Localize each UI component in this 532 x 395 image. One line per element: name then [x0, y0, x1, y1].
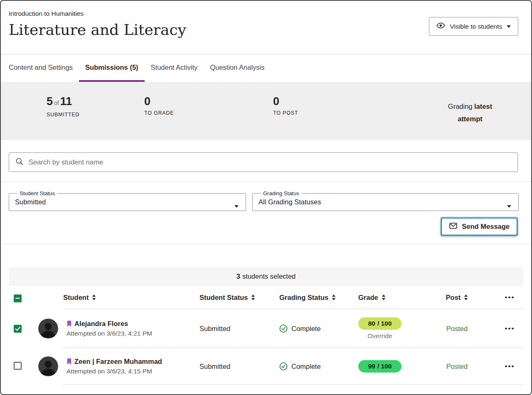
grade-cell: 80 / 100 Override [358, 317, 419, 340]
sort-icon [464, 294, 468, 300]
student-rows: Alejandra Flores Attempted on 3/6/23, 4:… [9, 309, 523, 385]
selected-text: students selected [242, 272, 296, 280]
grade-pill[interactable]: 80 / 100 [358, 317, 401, 330]
sort-icon [332, 294, 336, 300]
envelope-icon [449, 221, 458, 232]
page-title: Literature and Literacy [9, 21, 186, 38]
grading-status: Complete [291, 325, 321, 333]
grading-status-cell: Complete [279, 324, 358, 333]
post-status[interactable]: Posted [419, 325, 495, 333]
submitted-label: SUBMITTED [47, 112, 79, 118]
search-box [9, 152, 518, 172]
row-checkbox[interactable] [14, 362, 22, 370]
grading-status-label: Grading Status [261, 190, 301, 196]
table-row: Zeen | Farzeen Muhammad Attempted on 3/6… [9, 348, 523, 385]
attempt-timestamp: Attempted on 3/6/23, 4:15 PM [66, 368, 162, 375]
post-status[interactable]: Posted [419, 363, 495, 370]
complete-check-icon [279, 362, 288, 370]
indeterminate-minus-icon [15, 298, 20, 299]
grade-pill[interactable]: 99 / 100 [358, 360, 401, 373]
send-message-button[interactable]: Send Message [441, 218, 517, 236]
column-label: Student Status [200, 294, 248, 302]
row-options-menu[interactable] [502, 362, 517, 371]
column-label: Grading Status [279, 294, 328, 302]
search-section [9, 152, 518, 172]
student-cell: Zeen | Farzeen Muhammad Attempted on 3/6… [38, 356, 196, 376]
bookmark-flag-icon [66, 358, 72, 365]
column-header-student[interactable]: Student [38, 294, 196, 302]
grading-page: Introduction to Humanities Literature an… [0, 0, 532, 395]
select-all-checkbox[interactable] [14, 294, 22, 302]
submissions-table: 3 students selected Student Student Stat… [9, 267, 523, 385]
visibility-label: Visible to students [450, 23, 502, 30]
tab-bar: Content and Settings Submissions (5) Stu… [1, 54, 531, 82]
course-breadcrumb: Introduction to Humanities [9, 7, 186, 17]
section-divider [1, 182, 531, 182]
submitted-count: 5 [47, 95, 53, 108]
tab-question-analysis[interactable]: Question Analysis [204, 54, 271, 82]
search-input[interactable] [29, 158, 512, 166]
table-header-row: Student Student Status Grading Status Gr… [9, 286, 523, 309]
column-header-grade[interactable]: Grade [358, 294, 419, 302]
column-label: Grade [358, 294, 378, 302]
table-options-menu[interactable] [502, 293, 517, 302]
avatar [38, 319, 58, 339]
selection-summary: 3 students selected [9, 267, 523, 286]
column-header-grading-status[interactable]: Grading Status [279, 294, 358, 302]
page-header: Introduction to Humanities Literature an… [1, 1, 531, 54]
student-name[interactable]: Alejandra Flores [74, 320, 128, 328]
override-label: Override [358, 332, 401, 340]
grading-status-select[interactable]: Grading Status All Grading Statuses [252, 190, 519, 211]
student-name[interactable]: Zeen | Farzeen Muhammad [74, 358, 162, 366]
section-divider [1, 244, 531, 244]
to-post-count: 0 [273, 95, 298, 108]
chevron-down-icon [507, 25, 511, 28]
row-checkbox[interactable] [14, 325, 22, 333]
eye-icon [436, 21, 445, 32]
student-status: Submitted [196, 325, 279, 333]
sort-icon [92, 294, 96, 300]
submitted-total: 11 [60, 95, 72, 108]
column-header-post[interactable]: Post [419, 294, 495, 302]
stat-submitted: 5of11 SUBMITTED [47, 95, 79, 118]
table-row: Alejandra Flores Attempted on 3/6/23, 4:… [9, 309, 523, 348]
actions-row: Send Message [9, 218, 517, 236]
to-grade-label: TO GRADE [144, 110, 174, 116]
stat-to-grade: 0 TO GRADE [144, 95, 174, 116]
submitted-of: of [54, 100, 59, 106]
grade-value: 80 [368, 320, 375, 327]
student-info: Alejandra Flores Attempted on 3/6/23, 4:… [66, 320, 152, 337]
student-status: Submitted [196, 363, 279, 370]
to-post-label: TO POST [273, 110, 298, 116]
grade-max: / 100 [377, 363, 392, 370]
bookmark-flag-icon [66, 320, 72, 327]
grading-status-value: All Grading Statuses [259, 198, 502, 206]
stat-to-post: 0 TO POST [273, 95, 298, 116]
student-status-select[interactable]: Student Status Submitted [9, 190, 246, 211]
sort-icon [251, 294, 255, 300]
tab-content-and-settings[interactable]: Content and Settings [9, 54, 79, 82]
student-cell: Alejandra Flores Attempted on 3/6/23, 4:… [38, 319, 196, 339]
avatar [38, 356, 58, 376]
tab-submissions[interactable]: Submissions (5) [79, 54, 144, 82]
column-label: Student [63, 294, 89, 302]
stats-bar: 5of11 SUBMITTED 0 TO GRADE 0 TO POST Gra… [1, 82, 531, 140]
grade-max: / 100 [377, 320, 392, 327]
search-icon [15, 157, 24, 167]
student-info: Zeen | Farzeen Muhammad Attempted on 3/6… [66, 358, 162, 375]
row-options-menu[interactable] [502, 324, 517, 333]
grading-note-prefix: Grading [448, 103, 473, 110]
column-label: Post [446, 294, 461, 302]
grade-value: 99 [368, 363, 375, 370]
send-message-label: Send Message [462, 223, 510, 231]
student-status-value: Submitted [15, 198, 229, 206]
grade-cell: 99 / 100 [358, 360, 419, 373]
sort-icon [382, 294, 386, 300]
attempt-timestamp: Attempted on 3/6/23, 4:21 PM [66, 330, 152, 337]
grading-note: Grading latest attempt [439, 100, 501, 125]
tab-student-activity[interactable]: Student Activity [145, 54, 204, 82]
chevron-down-icon [507, 205, 511, 208]
visibility-button[interactable]: Visible to students [429, 17, 518, 36]
column-header-student-status[interactable]: Student Status [196, 294, 279, 302]
grading-status-cell: Complete [279, 362, 358, 370]
